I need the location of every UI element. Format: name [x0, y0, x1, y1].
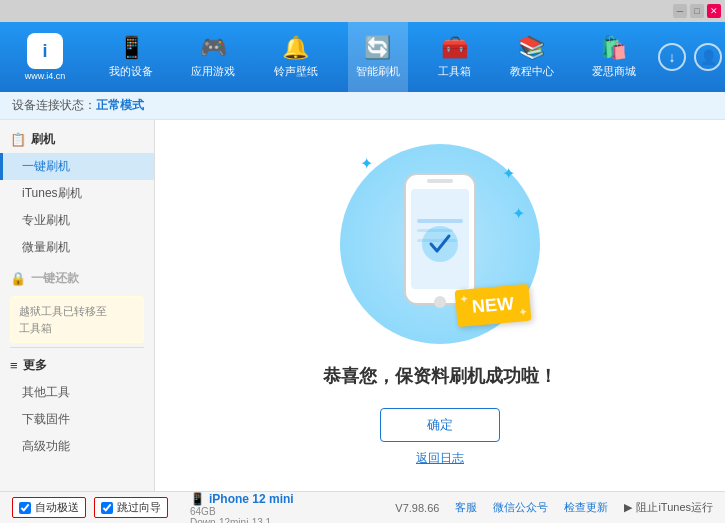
sidebar-section-restore-title: 🔒 一键还款: [0, 265, 154, 292]
auto-send-checkbox-group[interactable]: 自动极送: [12, 497, 86, 518]
nav-shop[interactable]: 🛍️ 爱思商城: [584, 22, 644, 92]
device-storage: 64GB: [190, 506, 294, 517]
minimize-btn[interactable]: ─: [673, 4, 687, 18]
status-label: 设备连接状态：: [12, 97, 96, 114]
toolbox-label: 工具箱: [438, 64, 471, 79]
main: 📋 刷机 一键刷机 iTunes刷机 专业刷机 微量刷机 🔒 一键还款 越狱工具…: [0, 120, 725, 491]
sparkle-1: ✦: [360, 154, 373, 173]
sidebar-section-more-title: ≡ 更多: [0, 352, 154, 379]
status-mode: 正常模式: [96, 97, 144, 114]
illustration: ✦ ✦ ✦ NEW: [340, 144, 540, 344]
sidebar-item-download-firmware[interactable]: 下载固件: [0, 406, 154, 433]
apps-games-label: 应用游戏: [191, 64, 235, 79]
logo-icon: i: [27, 33, 63, 69]
sidebar-item-itunes-flash[interactable]: iTunes刷机: [0, 180, 154, 207]
smart-flash-label: 智能刷机: [356, 64, 400, 79]
success-text: 恭喜您，保资料刷机成功啦！: [323, 364, 557, 388]
customer-service-link[interactable]: 客服: [455, 500, 477, 515]
content-area: ✦ ✦ ✦ NEW 恭喜您，保资料刷机成功啦！ 确定 返回日志: [155, 120, 725, 491]
bottom-right: V7.98.66 客服 微信公众号 检查更新: [395, 500, 608, 515]
svg-rect-3: [427, 179, 453, 183]
itunes-label: 阻止iTunes运行: [636, 500, 713, 515]
sparkle-2: ✦: [502, 164, 515, 183]
sidebar-section-restore: 🔒 一键还款 越狱工具已转移至工具箱: [0, 265, 154, 343]
tutorials-label: 教程中心: [510, 64, 554, 79]
header-right: ↓ 👤: [655, 43, 725, 71]
logo-url: www.i4.cn: [25, 71, 66, 81]
new-badge: NEW: [455, 284, 532, 327]
sidebar-item-other-tools[interactable]: 其他工具: [0, 379, 154, 406]
shop-icon: 🛍️: [600, 35, 627, 61]
nav-my-device[interactable]: 📱 我的设备: [101, 22, 161, 92]
lock-icon: 🔒: [10, 271, 26, 286]
skip-wizard-checkbox-group[interactable]: 跳过向导: [94, 497, 168, 518]
back-link[interactable]: 返回日志: [416, 450, 464, 467]
ringtones-label: 铃声壁纸: [274, 64, 318, 79]
itunes-btn[interactable]: ▶ 阻止iTunes运行: [624, 500, 713, 515]
wechat-public-link[interactable]: 微信公众号: [493, 500, 548, 515]
version-text: V7.98.66: [395, 502, 439, 514]
device-name: iPhone 12 mini: [209, 492, 294, 506]
sidebar-item-pro-flash[interactable]: 专业刷机: [0, 207, 154, 234]
nav-toolbox[interactable]: 🧰 工具箱: [430, 22, 479, 92]
toolbox-icon: 🧰: [441, 35, 468, 61]
nav-ringtones[interactable]: 🔔 铃声壁纸: [266, 22, 326, 92]
itunes-icon: ▶: [624, 501, 632, 514]
status-bar: 设备连接状态： 正常模式: [0, 92, 725, 120]
my-device-icon: 📱: [118, 35, 145, 61]
nav-tutorials[interactable]: 📚 教程中心: [502, 22, 562, 92]
nav-apps-games[interactable]: 🎮 应用游戏: [183, 22, 243, 92]
restore-btn[interactable]: □: [690, 4, 704, 18]
sidebar-item-one-click-flash[interactable]: 一键刷机: [0, 153, 154, 180]
confirm-button[interactable]: 确定: [380, 408, 500, 442]
svg-point-7: [422, 226, 458, 262]
sidebar-note-jailbreak: 越狱工具已转移至工具箱: [10, 296, 144, 343]
sidebar-section-flash: 📋 刷机 一键刷机 iTunes刷机 专业刷机 微量刷机: [0, 126, 154, 261]
auto-send-label: 自动极送: [35, 500, 79, 515]
shop-label: 爱思商城: [592, 64, 636, 79]
bottom-bar: 自动极送 跳过向导 📱 iPhone 12 mini 64GB Down-12m…: [0, 491, 725, 523]
skip-wizard-checkbox[interactable]: [101, 502, 113, 514]
svg-point-2: [434, 296, 446, 308]
more-icon: ≡: [10, 358, 18, 373]
device-info: 📱 iPhone 12 mini 64GB Down-12mini-13,1: [180, 486, 304, 524]
device-detail: Down-12mini-13,1: [190, 517, 294, 524]
svg-rect-4: [417, 219, 463, 223]
sidebar-item-advanced[interactable]: 高级功能: [0, 433, 154, 460]
header: i www.i4.cn 📱 我的设备 🎮 应用游戏 🔔 铃声壁纸 🔄 智能刷机 …: [0, 22, 725, 92]
bottom-left: 自动极送 跳过向导 📱 iPhone 12 mini 64GB Down-12m…: [12, 482, 395, 524]
sidebar-item-micro-flash[interactable]: 微量刷机: [0, 234, 154, 261]
close-btn[interactable]: ✕: [707, 4, 721, 18]
skip-wizard-label: 跳过向导: [117, 500, 161, 515]
ringtones-icon: 🔔: [282, 35, 309, 61]
flash-section-icon: 📋: [10, 132, 26, 147]
title-bar: ─ □ ✕: [0, 0, 725, 22]
smart-flash-icon: 🔄: [364, 35, 391, 61]
sidebar-section-more: ≡ 更多 其他工具 下载固件 高级功能: [0, 352, 154, 460]
tutorials-icon: 📚: [518, 35, 545, 61]
check-update-link[interactable]: 检查更新: [564, 500, 608, 515]
sparkle-3: ✦: [512, 204, 525, 223]
sidebar-divider: [10, 347, 144, 348]
nav-smart-flash[interactable]: 🔄 智能刷机: [348, 22, 408, 92]
sidebar: 📋 刷机 一键刷机 iTunes刷机 专业刷机 微量刷机 🔒 一键还款 越狱工具…: [0, 120, 155, 491]
user-btn[interactable]: 👤: [694, 43, 722, 71]
logo[interactable]: i www.i4.cn: [0, 33, 90, 81]
device-phone-icon: 📱: [190, 492, 205, 506]
auto-send-checkbox[interactable]: [19, 502, 31, 514]
apps-games-icon: 🎮: [200, 35, 227, 61]
nav: 📱 我的设备 🎮 应用游戏 🔔 铃声壁纸 🔄 智能刷机 🧰 工具箱 📚 教程中心…: [90, 22, 655, 92]
download-btn[interactable]: ↓: [658, 43, 686, 71]
my-device-label: 我的设备: [109, 64, 153, 79]
sidebar-section-flash-title: 📋 刷机: [0, 126, 154, 153]
